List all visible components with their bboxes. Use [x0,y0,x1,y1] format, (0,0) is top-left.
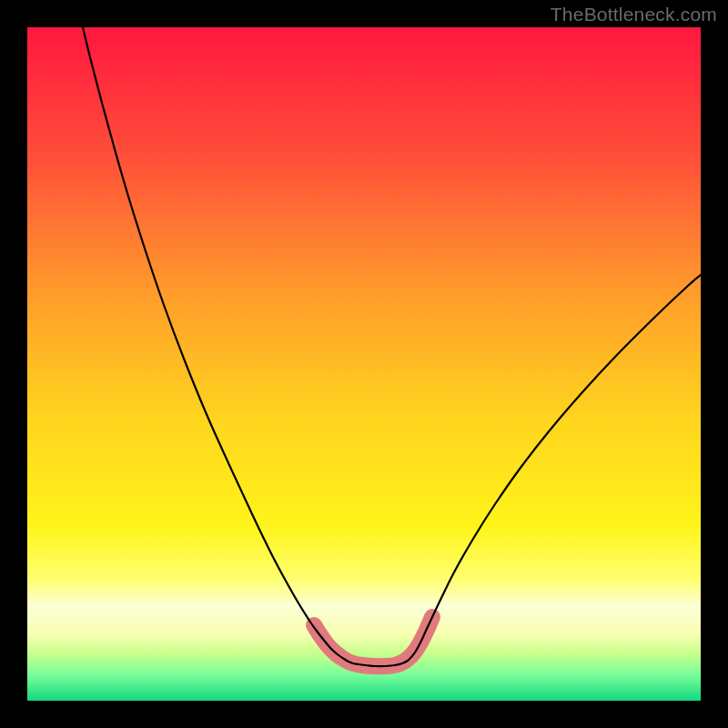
gradient-background [27,27,701,701]
chart-canvas [27,27,701,701]
plot-area [27,27,701,701]
chart-frame: TheBottleneck.com [0,0,728,728]
watermark-text: TheBottleneck.com [551,4,717,25]
